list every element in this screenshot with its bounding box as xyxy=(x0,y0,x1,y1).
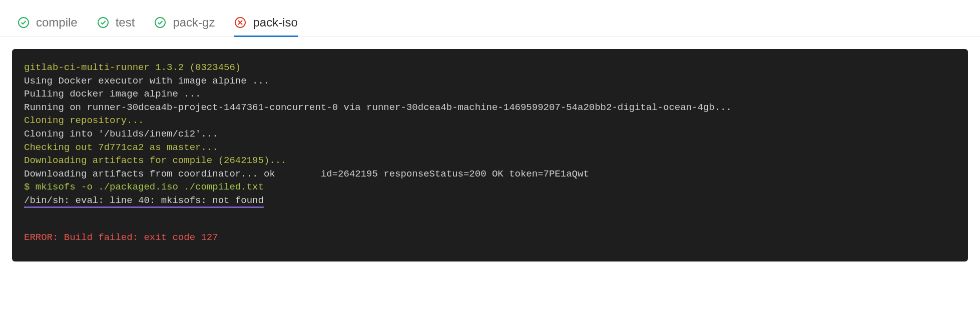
tab-test-label: test xyxy=(116,16,135,30)
log-blank-line xyxy=(24,208,956,218)
svg-point-2 xyxy=(155,18,165,28)
log-line: Downloading artifacts for compile (26421… xyxy=(24,155,287,166)
job-log[interactable]: gitlab-ci-multi-runner 1.3.2 (0323456) U… xyxy=(12,49,968,262)
tab-pack-iso-label: pack-iso xyxy=(253,16,297,30)
passed-icon xyxy=(154,16,167,29)
log-line: gitlab-ci-multi-runner 1.3.2 (0323456) xyxy=(24,62,241,73)
passed-icon xyxy=(17,16,30,29)
log-line: Pulling docker image alpine ... xyxy=(24,88,201,100)
svg-point-1 xyxy=(98,18,108,28)
passed-icon xyxy=(97,16,110,29)
log-line: Cloning into '/builds/inem/ci2'... xyxy=(24,128,218,140)
tab-test[interactable]: test xyxy=(97,0,135,37)
tab-pack-gz-label: pack-gz xyxy=(173,16,215,30)
log-line-error-cause: /bin/sh: eval: line 40: mkisofs: not fou… xyxy=(24,195,264,206)
log-line: Running on runner-30dcea4b-project-14473… xyxy=(24,102,732,113)
log-line: Using Docker executor with image alpine … xyxy=(24,76,269,86)
log-line: Checking out 7d771ca2 as master... xyxy=(24,142,218,153)
ci-job-tabs: compile test pack-gz xyxy=(0,0,980,37)
tab-pack-iso[interactable]: pack-iso xyxy=(234,0,297,37)
log-line-error: ERROR: Build failed: exit code 127 xyxy=(24,232,218,243)
log-line: Downloading artifacts from coordinator..… xyxy=(24,168,589,180)
tab-compile[interactable]: compile xyxy=(17,0,78,37)
svg-point-0 xyxy=(19,18,29,28)
failed-icon xyxy=(234,16,247,29)
log-line: Cloning repository... xyxy=(24,115,144,126)
tab-pack-gz[interactable]: pack-gz xyxy=(154,0,215,37)
log-line: $ mkisofs -o ./packaged.iso ./compiled.t… xyxy=(24,182,264,192)
tab-compile-label: compile xyxy=(36,16,78,30)
